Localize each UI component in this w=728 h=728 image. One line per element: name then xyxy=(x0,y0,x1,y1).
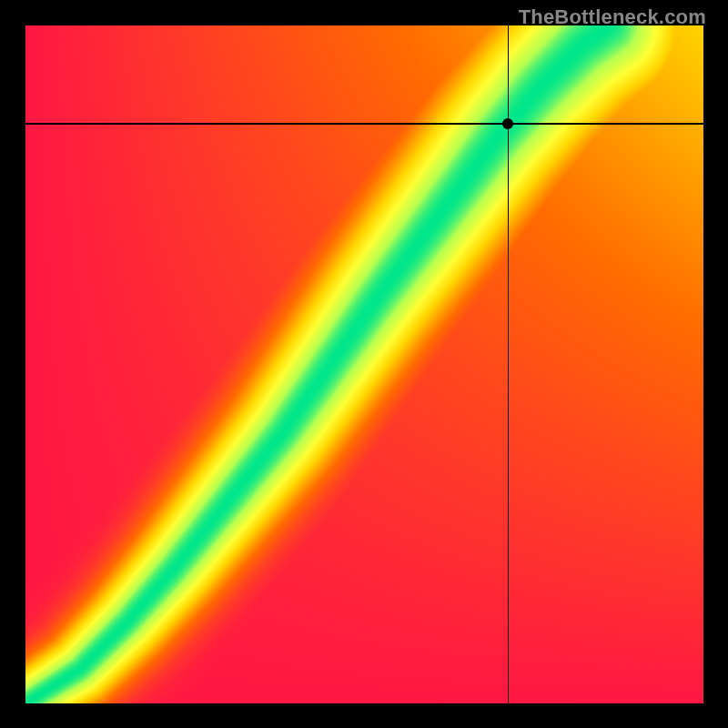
watermark-text: TheBottleneck.com xyxy=(519,5,706,29)
intersection-marker xyxy=(502,118,513,129)
heatmap-canvas xyxy=(25,25,703,703)
chart-container: TheBottleneck.com xyxy=(0,0,728,728)
crosshair-horizontal xyxy=(25,123,703,125)
plot-area xyxy=(25,25,703,703)
